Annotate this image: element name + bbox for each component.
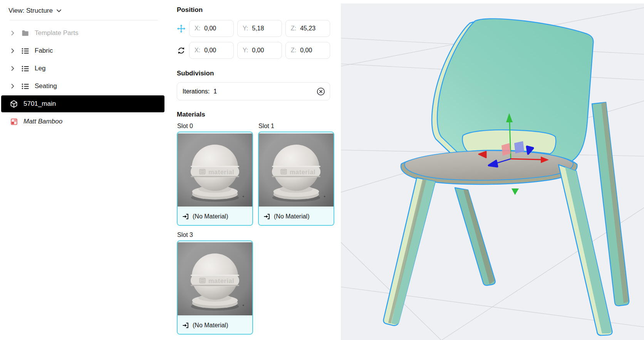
sidebar-item-leg[interactable]: Leg <box>0 60 166 77</box>
material-slot-1-card[interactable]: (No Material) <box>258 132 334 226</box>
axis-label: Y: <box>243 47 248 54</box>
axis-value: 0,00 <box>204 47 216 54</box>
material-slot-3-card[interactable]: (No Material) <box>177 240 253 335</box>
viewport-panel <box>341 0 644 340</box>
structure-sidebar: View: Structure Template Parts Fabric <box>0 0 166 340</box>
translate-y-input[interactable]: Y: 5,18 <box>237 20 282 37</box>
iterations-input[interactable]: Iterations: 1 <box>177 82 330 100</box>
subdivision-heading: Subdivision <box>177 70 330 77</box>
view-mode-dropdown[interactable]: View: Structure <box>0 6 166 15</box>
list-icon <box>21 65 29 72</box>
rotate-x-input[interactable]: X: 0,00 <box>189 42 234 59</box>
app-window: View: Structure Template Parts Fabric <box>0 0 644 340</box>
sidebar-divider <box>10 20 158 20</box>
material-slot-0: Slot 0 (No Material) <box>177 123 253 226</box>
sidebar-item-template-parts[interactable]: Template Parts <box>0 24 166 42</box>
rotate-icon <box>177 46 186 55</box>
rotate-row: X: 0,00 Y: 0,00 Z: 0,00 <box>177 42 330 59</box>
sidebar-item-fabric[interactable]: Fabric <box>0 42 166 60</box>
chevron-down-icon <box>56 8 62 14</box>
iterations-value: 1 <box>213 88 217 95</box>
material-preview-image <box>178 241 252 317</box>
gizmo-axis-y-negative-handle[interactable] <box>512 188 519 195</box>
axis-label: Z: <box>291 25 296 32</box>
slot-label: Slot 1 <box>258 123 334 130</box>
chevron-right-icon[interactable] <box>9 65 16 72</box>
material-assignment-label: (No Material) <box>274 213 309 220</box>
slot-label: Slot 3 <box>177 232 253 238</box>
sidebar-item-matt-bamboo[interactable]: Matt Bamboo <box>0 113 166 130</box>
material-assignment[interactable]: (No Material) <box>259 208 334 225</box>
gizmo-plane-yz-handle[interactable] <box>514 141 524 153</box>
material-assignment-label: (No Material) <box>193 213 228 220</box>
slot-label: Slot 0 <box>177 123 253 130</box>
tree-item-label: Matt Bamboo <box>23 118 62 125</box>
axis-label: X: <box>195 47 200 54</box>
sidebar-item-seating[interactable]: Seating <box>0 77 166 95</box>
axis-label: Y: <box>243 25 248 32</box>
chair-model[interactable] <box>384 19 629 335</box>
move-icon <box>177 24 186 33</box>
sidebar-item-5701-main[interactable]: 5701_main <box>1 95 164 112</box>
axis-value: 5,18 <box>252 25 264 32</box>
tree-item-label: Fabric <box>35 47 53 55</box>
viewport-scene <box>341 3 644 340</box>
folder-icon <box>21 29 29 37</box>
material-slot-0-card[interactable]: (No Material) <box>177 132 253 226</box>
material-slot-3: Slot 3 (No Material) <box>177 232 253 335</box>
rotate-z-input[interactable]: Z: 0,00 <box>285 42 330 59</box>
view-mode-label: View: Structure <box>8 7 53 15</box>
material-slots: Slot 0 (No Material) Slot 1 <box>177 123 330 335</box>
tree-item-label: Template Parts <box>35 29 78 37</box>
axis-label: Z: <box>291 47 296 54</box>
material-swatch-icon <box>10 118 18 125</box>
viewport-3d[interactable] <box>341 3 644 340</box>
chevron-right-icon[interactable] <box>9 47 16 54</box>
material-assignment[interactable]: (No Material) <box>178 208 252 225</box>
tree-item-label: Seating <box>35 82 57 90</box>
rotate-y-input[interactable]: Y: 0,00 <box>237 42 282 59</box>
material-assignment[interactable]: (No Material) <box>178 317 252 334</box>
assign-material-icon <box>182 322 189 329</box>
assign-material-icon <box>182 213 189 220</box>
material-slot-1: Slot 1 (No Material) <box>258 123 334 226</box>
list-icon <box>21 47 29 55</box>
properties-panel: Position X: 0,00 Y: 5, <box>166 0 341 340</box>
axis-value: 0,00 <box>300 47 312 54</box>
clear-iterations-button[interactable] <box>316 87 325 96</box>
axis-value: 0,00 <box>204 25 216 32</box>
material-preview-image <box>178 132 252 208</box>
material-preview-image <box>259 132 334 208</box>
translate-x-input[interactable]: X: 0,00 <box>189 20 234 37</box>
tree-item-label: Leg <box>35 65 45 72</box>
tree-item-label: 5701_main <box>23 100 56 108</box>
materials-heading: Materials <box>177 111 330 118</box>
axis-value: 0,00 <box>252 47 264 54</box>
translate-z-input[interactable]: Z: 45,23 <box>285 20 330 37</box>
material-assignment-label: (No Material) <box>193 322 228 329</box>
chevron-right-icon[interactable] <box>9 83 16 90</box>
translate-row: X: 0,00 Y: 5,18 Z: 45,23 <box>177 20 330 37</box>
list-icon <box>21 82 29 90</box>
cube-icon <box>10 100 18 108</box>
circle-x-icon <box>316 87 325 96</box>
iterations-label: Iterations: <box>183 88 210 95</box>
assign-material-icon <box>263 213 270 220</box>
axis-label: X: <box>195 25 200 32</box>
position-heading: Position <box>177 6 330 14</box>
chevron-right-icon[interactable] <box>9 30 16 37</box>
axis-value: 45,23 <box>300 25 315 32</box>
